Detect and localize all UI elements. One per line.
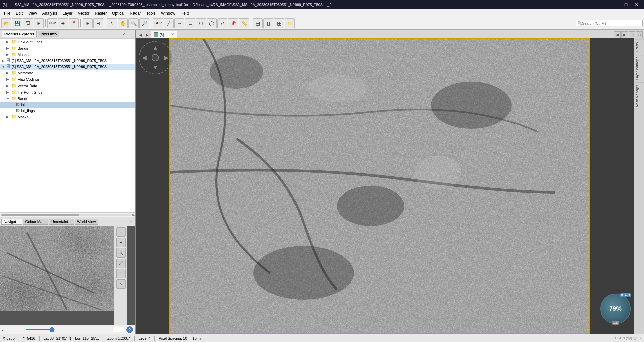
tree-masks-1[interactable]: ▶ 📁 Masks [0, 51, 135, 58]
grid-button2[interactable]: ⊟ [93, 18, 103, 28]
product-tree-scroll[interactable]: ▶ 📁 Tie-Point Grids ▶ 📁 Bands ▶ 📁 Masks … [0, 38, 135, 213]
magnet-tool[interactable]: ⇄ [217, 18, 227, 28]
tree-masks-2[interactable]: ▶ 📁 Masks [0, 114, 135, 120]
ruler-tool[interactable]: 📏 [239, 18, 249, 28]
zoom-window-tool[interactable]: 🔎 [139, 18, 149, 28]
search-box[interactable]: 🔍 [576, 20, 643, 26]
tree-product-3[interactable]: ▼ 🗄 [3] S2A_MSIL2A_20230815T030551_N9999… [0, 64, 135, 70]
navigator-minimize[interactable]: — [122, 219, 128, 224]
tab-scroll-right[interactable]: ▶ [621, 31, 628, 38]
tree-tie-point-grids-1[interactable]: ▶ 📁 Tie-Point Grids [0, 39, 135, 45]
tree-bands-2[interactable]: ▼ 📁 Bands [0, 95, 135, 102]
close-button[interactable]: ✕ [632, 0, 641, 9]
tree-lai-flags[interactable]: 🖼 lai_flags [0, 108, 135, 114]
tree-metadata[interactable]: ▶ 📁 Metadata [0, 70, 135, 76]
save-button[interactable]: 💾 [12, 18, 22, 28]
open-product-button[interactable]: 📂 [1, 18, 11, 28]
mask-manager-sidebar-item[interactable]: Mask Manager [635, 82, 644, 109]
col-btn2[interactable]: ▥ [263, 18, 273, 28]
polygon-tool[interactable]: ⬠ [196, 18, 206, 28]
tree-vector-data[interactable]: ▶ 📁 Vector Data [0, 82, 135, 89]
navigator-help-btn[interactable]: ? [126, 326, 133, 333]
draw-line-tool[interactable]: ╱ [164, 18, 174, 28]
col-btn1[interactable]: ▤ [253, 18, 263, 28]
navigate-tab[interactable]: Navigat--- [1, 219, 22, 225]
svg-point-5 [210, 55, 263, 89]
zoom-value-input[interactable]: 200.73 [5, 325, 23, 334]
save-as-button[interactable]: 🖫 [23, 18, 33, 28]
tab-nav-left[interactable]: ◀ [137, 32, 143, 38]
tree-flag-codings[interactable]: ▶ 📁 Flag Codings [0, 76, 135, 82]
navigator-close[interactable]: ✕ [128, 219, 134, 224]
ellipse-tool[interactable]: ◯ [207, 18, 217, 28]
pan-tool[interactable]: ✋ [118, 18, 128, 28]
tree-bands-1[interactable]: ▶ 📁 Bands [0, 45, 135, 51]
menu-help[interactable]: Help [178, 9, 192, 17]
nav-zoom-in-btn[interactable]: + [116, 227, 126, 237]
rect-tool[interactable]: ▭ [185, 18, 195, 28]
menu-file[interactable]: File [1, 9, 13, 17]
product-explorer-tab[interactable]: Product Explorer [2, 31, 37, 37]
nav-zoom-actual-btn[interactable]: 🔎 [116, 259, 126, 268]
product-explorer-options[interactable]: — [128, 31, 133, 37]
tree-hscroll[interactable]: ▶ [0, 213, 135, 217]
svg-point-7 [337, 186, 404, 226]
uncertainty-tab[interactable]: Uncertaint--- [49, 219, 74, 225]
tab-nav-right[interactable]: ▶ [144, 32, 150, 38]
grid-button1[interactable]: ⊞ [83, 18, 93, 28]
menu-window[interactable]: Window [158, 9, 178, 17]
nav-cursor-btn[interactable]: ↖ [116, 279, 126, 289]
menu-radar[interactable]: Radar [127, 9, 144, 17]
rotation-input[interactable]: 0° [113, 327, 124, 332]
nav-zoom-out-btn[interactable]: − [116, 238, 126, 247]
menu-analysis[interactable]: Analysis [40, 9, 60, 17]
colour-map-tab[interactable]: Colour Ma--- [23, 219, 48, 225]
tab-restore[interactable]: □ [636, 31, 643, 38]
menu-vector[interactable]: Vector [75, 9, 92, 17]
performance-level-badge: 1.6 [612, 321, 619, 325]
draw-arrow-tool[interactable]: → [174, 18, 184, 28]
tab-maximize[interactable]: ⊡ [629, 31, 635, 38]
gcp-button[interactable]: GCP [47, 18, 57, 28]
zoom-in-tool[interactable]: 🔍 [128, 18, 139, 28]
menu-edit[interactable]: Edit [13, 9, 25, 17]
select-tool[interactable]: ↖ [107, 18, 117, 28]
world-view-tab[interactable]: World View [75, 219, 98, 225]
nav-zoom-fit-btn[interactable]: 🔍 [116, 248, 126, 258]
maximize-button[interactable]: □ [621, 0, 631, 9]
nav-center-dot[interactable] [152, 54, 159, 61]
zoom-button[interactable]: ⊕ [58, 18, 68, 28]
col-btn4[interactable]: 📁 [285, 18, 295, 28]
zoom-slider[interactable] [25, 329, 111, 330]
pixel-info-tab[interactable]: Pixel Info [38, 31, 59, 37]
nav-sync-btn[interactable]: ⊡ [116, 269, 126, 278]
menu-tools[interactable]: Tools [144, 9, 158, 17]
pin-button[interactable]: 📍 [69, 18, 79, 28]
pin-tool2[interactable]: 📌 [228, 18, 238, 28]
tree-lai[interactable]: 🖼 lai [0, 102, 135, 108]
performance-circle: 79% 8.3k/s 1.6 [600, 294, 631, 324]
menu-raster[interactable]: Raster [92, 9, 109, 17]
menu-view[interactable]: View [25, 9, 40, 17]
library-sidebar-item[interactable]: Library [635, 40, 644, 54]
svg-point-8 [253, 246, 354, 300]
tree-product-2[interactable]: ▶ 🗄 [2] S2A_MSIL2A_20230815T030551_N9999… [0, 58, 135, 64]
print-button[interactable]: ⊞ [34, 18, 44, 28]
minimap-image [0, 226, 114, 311]
scroll-right-btn[interactable]: ▶ [132, 213, 135, 217]
menu-optical[interactable]: Optical [109, 9, 127, 17]
layer-manager-sidebar-item[interactable]: Layer Manager [635, 55, 644, 82]
product-explorer-close[interactable]: ✕ [122, 31, 127, 37]
map-viewport[interactable]: ▲ ▼ ◀ ▶ [136, 38, 644, 334]
navigator-bottom: : 200.73 0° ? [0, 325, 135, 334]
svg-point-10 [414, 156, 461, 189]
menu-layer[interactable]: Layer [60, 9, 75, 17]
tab-scroll-left[interactable]: ◀ [614, 31, 621, 38]
search-input[interactable] [582, 21, 641, 25]
gcp-tool2[interactable]: GCP [153, 18, 163, 28]
tree-tie-point-grids-2[interactable]: ▶ 📁 Tie-Point Grids [0, 89, 135, 95]
minimize-button[interactable]: — [610, 0, 620, 9]
lai-view-tab[interactable]: [3] lai ✕ [151, 31, 177, 38]
tab-close-btn[interactable]: ✕ [171, 32, 174, 37]
col-btn3[interactable]: ▦ [274, 18, 284, 28]
